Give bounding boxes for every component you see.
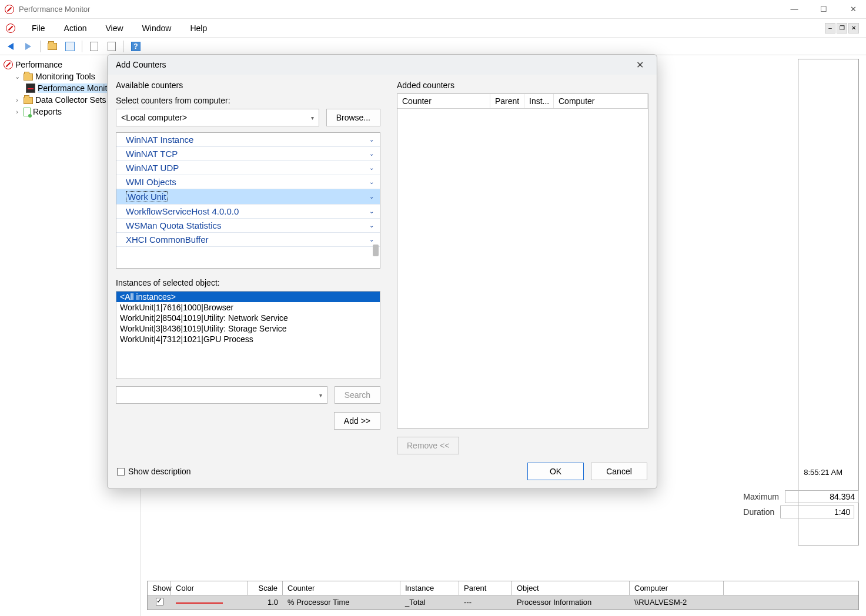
mdi-close-button[interactable]: ✕ <box>848 23 859 34</box>
chevron-down-icon: ⌄ <box>369 150 374 157</box>
menubar: File Action View Window Help – ❐ ✕ <box>0 19 866 38</box>
dur-value: 1:40 <box>780 505 854 518</box>
expand-icon[interactable]: › <box>13 96 21 103</box>
chevron-down-icon: ⌄ <box>369 136 374 143</box>
expand-icon[interactable]: › <box>13 108 21 115</box>
mdi-minimize-button[interactable]: – <box>825 23 835 34</box>
legend-head-show[interactable]: Show <box>148 581 171 595</box>
arrow-left-icon <box>8 43 14 50</box>
export-button[interactable] <box>105 39 119 53</box>
counter-list[interactable]: WinNAT Instance⌄WinNAT TCP⌄WinNAT UDP⌄WM… <box>116 132 380 269</box>
perf-icon <box>4 60 13 69</box>
added-head-parent[interactable]: Parent <box>490 94 524 108</box>
legend-head-parent[interactable]: Parent <box>459 581 512 595</box>
dialog-title: Add Counters <box>116 60 166 69</box>
select-computer-label: Select counters from computer: <box>116 96 380 105</box>
legend-head-scale[interactable]: Scale <box>248 581 283 595</box>
instance-item[interactable]: WorkUnit|1|7616|1000|Browser <box>116 302 380 313</box>
added-counters-label: Added counters <box>397 81 648 90</box>
legend-table: Show Color Scale Counter Instance Parent… <box>147 581 859 610</box>
legend-head-counter[interactable]: Counter <box>283 581 400 595</box>
counter-item[interactable]: WinNAT UDP⌄ <box>116 161 380 175</box>
added-head-computer[interactable]: Computer <box>554 94 648 108</box>
legend-head-object[interactable]: Object <box>512 581 630 595</box>
max-label: Maximum <box>743 492 779 501</box>
properties-button[interactable] <box>87 39 101 53</box>
chevron-down-icon: ⌄ <box>369 208 374 215</box>
back-button[interactable] <box>4 39 18 53</box>
open-button[interactable] <box>45 39 59 53</box>
folder-icon <box>48 43 57 50</box>
scrollbar-thumb[interactable] <box>373 245 379 256</box>
menu-window[interactable]: Window <box>134 21 180 35</box>
help-button[interactable]: ? <box>129 39 143 53</box>
color-swatch <box>176 602 223 604</box>
menu-file[interactable]: File <box>24 21 54 35</box>
counter-item[interactable]: WinNAT Instance⌄ <box>116 133 380 147</box>
toolbar: ? <box>0 38 866 55</box>
close-button[interactable]: ✕ <box>845 5 861 14</box>
counter-item[interactable]: WMI Objects⌄ <box>116 175 380 189</box>
added-head-inst[interactable]: Inst... <box>524 94 554 108</box>
instance-item[interactable]: WorkUnit|3|8436|1019|Utility: Storage Se… <box>116 323 380 334</box>
legend-head-color[interactable]: Color <box>171 581 248 595</box>
window-title: Performance Monitor <box>19 5 90 14</box>
show-description-label: Show description <box>128 467 191 476</box>
chevron-down-icon: ▾ <box>319 392 322 399</box>
minimize-button[interactable]: — <box>786 5 803 14</box>
instances-list[interactable]: <All instances>WorkUnit|1|7616|1000|Brow… <box>116 291 380 379</box>
available-counters-label: Available counters <box>116 81 380 90</box>
help-icon: ? <box>131 42 141 51</box>
chevron-down-icon: ⌄ <box>369 179 374 185</box>
app-icon <box>5 5 14 14</box>
add-button[interactable]: Add >> <box>334 412 380 430</box>
timestamp: 8:55:21 AM <box>804 468 842 477</box>
add-counters-dialog: Add Counters ✕ Available counters Select… <box>107 54 657 489</box>
collapse-icon[interactable]: ⌄ <box>13 73 21 81</box>
instance-search-combo[interactable]: ▾ <box>116 386 327 404</box>
chevron-down-icon: ⌄ <box>369 165 374 171</box>
remove-button[interactable]: Remove << <box>397 437 459 454</box>
dur-label: Duration <box>743 507 774 517</box>
mdi-restore-button[interactable]: ❐ <box>837 23 847 34</box>
counter-item[interactable]: Work Unit⌄ <box>116 189 380 205</box>
instance-item[interactable]: WorkUnit|4|7312|1021|GPU Process <box>116 334 380 344</box>
added-counters-grid: Counter Parent Inst... Computer <box>397 93 648 428</box>
instance-item[interactable]: WorkUnit|2|8504|1019|Utility: Network Se… <box>116 313 380 323</box>
show-description-checkbox[interactable] <box>117 468 125 476</box>
show-hide-button[interactable] <box>63 39 77 53</box>
counter-item[interactable]: XHCI CommonBuffer⌄ <box>116 233 380 247</box>
ok-button[interactable]: OK <box>527 463 584 480</box>
cancel-button[interactable]: Cancel <box>591 463 647 480</box>
max-value: 84.394 <box>785 490 859 503</box>
arrow-right-icon <box>25 43 31 50</box>
chevron-down-icon: ▾ <box>311 115 314 121</box>
document-icon <box>90 42 98 51</box>
chevron-down-icon: ⌄ <box>369 236 374 243</box>
instance-item[interactable]: <All instances> <box>116 292 380 302</box>
browse-button[interactable]: Browse... <box>326 109 380 126</box>
pane-icon <box>65 42 75 51</box>
counter-item[interactable]: WSMan Quota Statistics⌄ <box>116 219 380 233</box>
legend-head-instance[interactable]: Instance <box>400 581 459 595</box>
show-checkbox[interactable] <box>156 598 163 605</box>
legend-row[interactable]: 1.0 % Processor Time _Total --- Processo… <box>148 595 858 610</box>
menu-help[interactable]: Help <box>182 21 215 35</box>
report-icon <box>24 108 31 116</box>
folder-icon <box>24 73 33 81</box>
computer-combo[interactable]: <Local computer> ▾ <box>116 109 319 126</box>
app-icon-small <box>6 24 15 33</box>
menu-action[interactable]: Action <box>56 21 95 35</box>
forward-button[interactable] <box>21 39 35 53</box>
search-button[interactable]: Search <box>335 386 380 404</box>
menu-view[interactable]: View <box>97 21 131 35</box>
dialog-close-button[interactable]: ✕ <box>631 57 648 73</box>
counter-item[interactable]: WorkflowServiceHost 4.0.0.0⌄ <box>116 205 380 219</box>
legend-head-computer[interactable]: Computer <box>630 581 724 595</box>
maximize-button[interactable]: ☐ <box>815 5 832 14</box>
added-head-counter[interactable]: Counter <box>397 94 490 108</box>
chevron-down-icon: ⌄ <box>369 193 374 200</box>
counter-item[interactable]: WinNAT TCP⌄ <box>116 147 380 161</box>
document-icon-2 <box>108 42 116 51</box>
titlebar: Performance Monitor — ☐ ✕ <box>0 0 866 19</box>
